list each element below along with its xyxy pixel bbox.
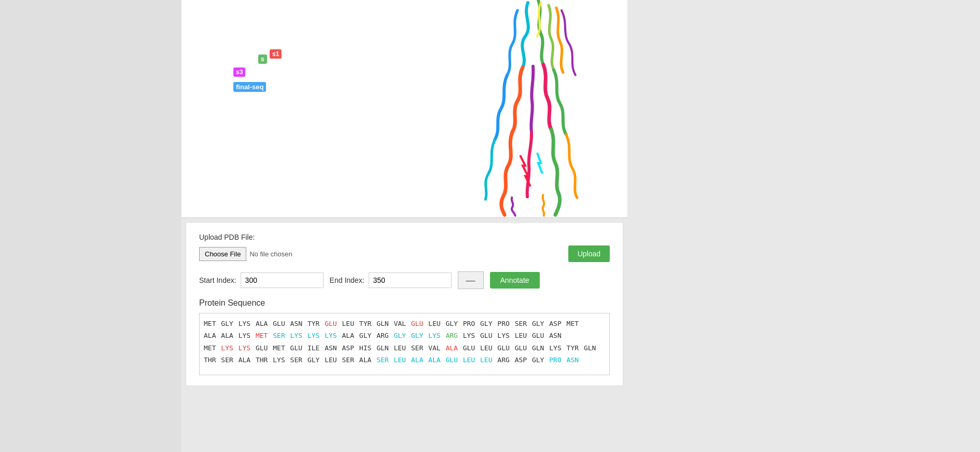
upload-label: Upload PDB File: [199, 233, 610, 241]
upload-row: Choose File No file chosen Upload [199, 245, 610, 262]
upload-button[interactable]: Upload [568, 245, 610, 262]
sequence-title: Protein Sequence [199, 298, 610, 308]
control-panel: Upload PDB File: Choose File No file cho… [186, 222, 623, 386]
label-s3: s3 [233, 67, 245, 77]
label-s1: s1 [270, 49, 282, 59]
index-row: Start Index: End Index: — Annotate [199, 271, 610, 289]
main-content: s3 s s1 final-seq Upload PDB File: Choos… [181, 0, 627, 452]
sequence-line-2: ALA ALA LYS MET SER LYS LYS LYS ALA GLY … [204, 330, 605, 341]
start-index-input[interactable] [241, 272, 324, 288]
annotate-button[interactable]: Annotate [490, 272, 540, 289]
sequence-section: Protein Sequence MET GLY LYS ALA GLU ASN… [199, 298, 610, 375]
end-index-input[interactable] [369, 272, 452, 288]
choose-file-button[interactable]: Choose File [199, 247, 246, 261]
upload-section: Upload PDB File: Choose File No file cho… [199, 233, 610, 262]
sequence-line-1: MET GLY LYS ALA GLU ASN TYR GLU LEU TYR … [204, 318, 605, 330]
file-input-wrapper: Choose File No file chosen [199, 247, 564, 261]
page-wrapper: s3 s s1 final-seq Upload PDB File: Choos… [0, 0, 980, 452]
end-index-label: End Index: [330, 276, 365, 284]
sequence-box[interactable]: MET GLY LYS ALA GLU ASN TYR GLU LEU TYR … [199, 313, 610, 375]
dash-icon: — [466, 275, 475, 286]
sequence-line-3: MET LYS LYS GLU MET GLU ILE ASN ASP HIS … [204, 342, 605, 354]
no-file-text: No file chosen [249, 250, 292, 258]
protein-ribbon-svg [315, 0, 627, 217]
left-panel [0, 0, 181, 452]
dash-button[interactable]: — [458, 271, 484, 289]
sequence-line-4: THR SER ALA THR LYS SER GLY LEU SER ALA … [204, 354, 605, 366]
end-index-group: End Index: [330, 272, 452, 288]
right-panel [627, 0, 980, 452]
start-index-label: Start Index: [199, 276, 236, 284]
start-index-group: Start Index: [199, 272, 324, 288]
label-s: s [258, 54, 267, 64]
protein-viewer: s3 s s1 final-seq [181, 0, 627, 218]
label-final-seq: final-seq [233, 82, 266, 92]
